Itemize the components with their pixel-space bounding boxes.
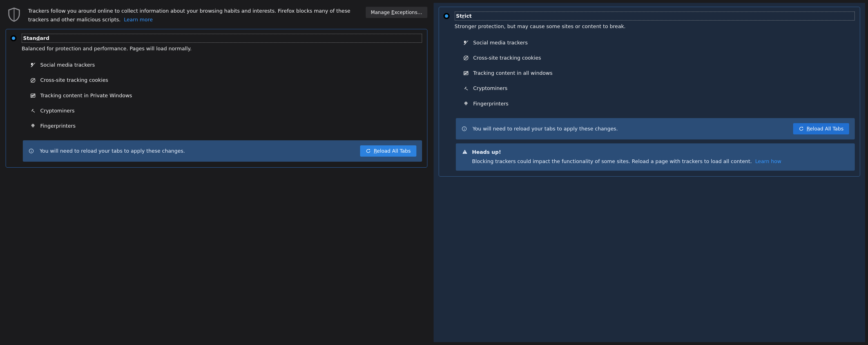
cookie-blocked-icon	[463, 55, 469, 61]
reload-icon	[366, 148, 371, 153]
social-tracker-icon	[463, 40, 469, 45]
svg-point-20	[465, 73, 465, 74]
list-item: Cross-site tracking cookies	[463, 50, 855, 66]
reload-all-tabs-button[interactable]: Reload All Tabs	[793, 123, 849, 134]
list-item: Tracking content in all windows	[463, 66, 855, 81]
svg-point-7	[32, 95, 32, 96]
reload-notice-text: You will need to reload your tabs to app…	[473, 125, 787, 133]
heads-up-body: Blocking trackers could impact the funct…	[472, 158, 752, 164]
strict-radio[interactable]	[443, 13, 450, 19]
cryptominer-icon	[463, 86, 469, 91]
list-item-label: Tracking content in Private Windows	[40, 92, 132, 99]
strict-option-header: Strict	[443, 11, 855, 21]
list-item: Social media trackers	[30, 57, 422, 73]
reload-notice-text: You will need to reload your tabs to app…	[40, 147, 354, 155]
standard-option-header: Standard	[10, 34, 422, 43]
intro-description: Trackers follow you around online to col…	[28, 8, 350, 23]
fingerprinter-icon	[30, 123, 36, 129]
list-item: Cross-site tracking cookies	[30, 73, 422, 88]
list-item-label: Cryptominers	[473, 84, 507, 92]
svg-rect-9	[33, 111, 35, 112]
svg-point-27	[465, 153, 465, 153]
list-item-label: Cross-site tracking cookies	[473, 54, 541, 62]
list-item-label: Social media trackers	[40, 61, 95, 69]
manage-exceptions-button[interactable]: Manage Exceptions…	[366, 7, 427, 18]
heads-up-warning: Heads up! Blocking trackers could impact…	[456, 143, 855, 171]
list-item-label: Cryptominers	[40, 107, 74, 114]
heads-up-description: Blocking trackers could impact the funct…	[472, 158, 849, 166]
list-item-label: Fingerprinters	[473, 100, 509, 107]
strict-protection-pane: Strict Stronger protection, but may caus…	[434, 3, 865, 342]
learn-more-link[interactable]: Learn more	[124, 16, 153, 23]
list-item: Tracking content in Private Windows	[30, 88, 422, 103]
strict-description: Stronger protection, but may cause some …	[455, 23, 855, 30]
tracking-protection-intro: Trackers follow you around online to col…	[6, 3, 427, 29]
list-item: Social media trackers	[463, 35, 855, 50]
tracking-content-icon	[30, 93, 36, 98]
cookie-blocked-icon	[30, 78, 36, 83]
list-item: Cryptominers	[463, 81, 855, 96]
strict-reload-notice: You will need to reload your tabs to app…	[456, 118, 855, 139]
svg-point-4	[33, 81, 33, 81]
strict-tracker-list: Social media trackers Cross-site trackin…	[463, 35, 855, 111]
list-item: Cryptominers	[30, 103, 422, 118]
shield-icon	[6, 7, 23, 24]
list-item: Fingerprinters	[463, 96, 855, 111]
heads-up-title: Heads up!	[472, 148, 849, 156]
info-icon	[461, 126, 467, 132]
svg-rect-26	[465, 151, 465, 152]
list-item-label: Fingerprinters	[40, 122, 76, 130]
list-item: Fingerprinters	[30, 118, 422, 134]
warning-icon	[462, 149, 468, 154]
list-item-label: Tracking content in all windows	[473, 69, 553, 77]
list-item-label: Social media trackers	[473, 39, 528, 46]
learn-how-link[interactable]: Learn how	[755, 158, 781, 164]
standard-tracker-list: Social media trackers Cross-site trackin…	[30, 57, 422, 133]
standard-radio[interactable]	[10, 35, 17, 41]
standard-reload-notice: You will need to reload your tabs to app…	[23, 140, 422, 162]
strict-title: Strict	[455, 11, 855, 21]
svg-point-15	[465, 57, 465, 58]
standard-title: Standard	[22, 34, 422, 43]
tracking-content-icon	[463, 70, 469, 76]
standard-protection-pane: Trackers follow you around online to col…	[6, 3, 427, 342]
social-tracker-icon	[30, 62, 36, 68]
info-icon	[28, 148, 34, 154]
standard-description: Balanced for protection and performance.…	[22, 45, 422, 52]
reload-icon	[799, 126, 804, 131]
svg-point-2	[32, 79, 32, 80]
svg-rect-22	[466, 89, 468, 90]
svg-point-12	[31, 149, 32, 150]
fingerprinter-icon	[463, 101, 469, 107]
svg-point-25	[464, 127, 465, 128]
reload-all-tabs-button[interactable]: Reload All Tabs	[360, 145, 416, 157]
strict-option-card[interactable]: Strict Stronger protection, but may caus…	[439, 7, 860, 177]
standard-option-card[interactable]: Standard Balanced for protection and per…	[6, 29, 427, 168]
svg-point-17	[466, 59, 466, 59]
cryptominer-icon	[30, 108, 36, 113]
intro-text: Trackers follow you around online to col…	[28, 7, 360, 24]
list-item-label: Cross-site tracking cookies	[40, 76, 108, 84]
